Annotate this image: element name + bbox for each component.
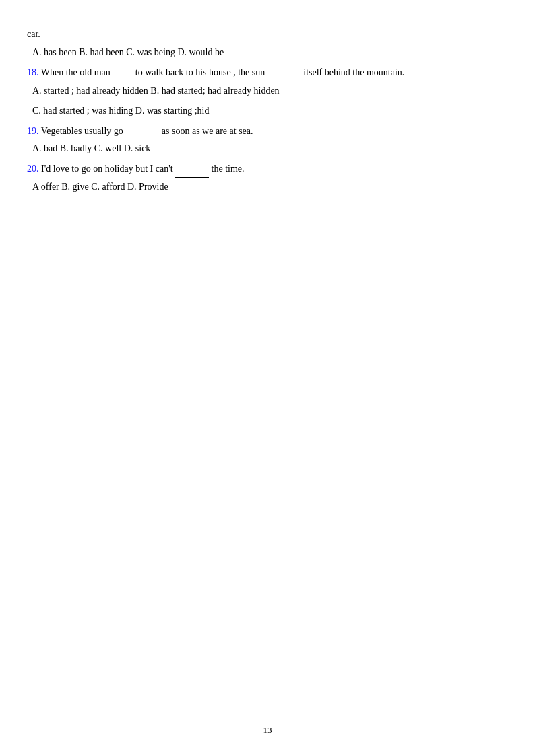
- q19-text2: as soon as we are at sea.: [162, 126, 253, 136]
- page-number: 13: [263, 725, 272, 736]
- q19-line: 19. Vegetables usually go as soon as we …: [27, 123, 508, 140]
- q18-answer-b-text: C. had started ; was hiding D. was start…: [32, 106, 209, 116]
- q20-blank1: [175, 161, 209, 178]
- q20-line: 20. I'd love to go on holiday but I can'…: [27, 161, 508, 178]
- q18-answers-b: C. had started ; was hiding D. was start…: [27, 103, 508, 119]
- q19-blank1: [125, 123, 159, 140]
- q20-answers: A offer B. give C. afford D. Provide: [27, 179, 508, 195]
- page-content: car. A. has been B. had been C. was bein…: [0, 0, 535, 240]
- q19-text1: Vegetables usually go: [41, 126, 123, 136]
- q20-answers-text: A offer B. give C. afford D. Provide: [32, 182, 168, 192]
- q19-number: 19.: [27, 126, 39, 136]
- q18-blank2: [268, 65, 301, 81]
- q19-answers: A. bad B. badly C. well D. sick: [27, 141, 508, 157]
- q19-answers-text: A. bad B. badly C. well D. sick: [32, 143, 150, 153]
- prev-answers-text: A. has been B. had been C. was being D. …: [32, 47, 224, 57]
- prev-answers: A. has been B. had been C. was being D. …: [27, 44, 508, 61]
- q20-text1: I'd love to go on holiday but I can't: [41, 164, 175, 174]
- intro-line: car.: [27, 27, 508, 42]
- q18-answers-a: A. started ; had already hidden B. had s…: [27, 83, 508, 99]
- q18-blank1: [113, 65, 133, 81]
- intro-text: car.: [27, 29, 40, 39]
- q18-text1: When the old man: [41, 67, 113, 77]
- q18-text2: to walk back to his house , the sun: [135, 67, 268, 77]
- q20-number: 20.: [27, 164, 39, 174]
- q18-number: 18.: [27, 67, 39, 77]
- q18-answer-a-text: A. started ; had already hidden B. had s…: [32, 85, 280, 96]
- q18-text3: itself behind the mountain.: [303, 67, 404, 77]
- q20-text2: the time.: [212, 164, 245, 174]
- q18-line: 18. When the old man to walk back to his…: [27, 65, 508, 81]
